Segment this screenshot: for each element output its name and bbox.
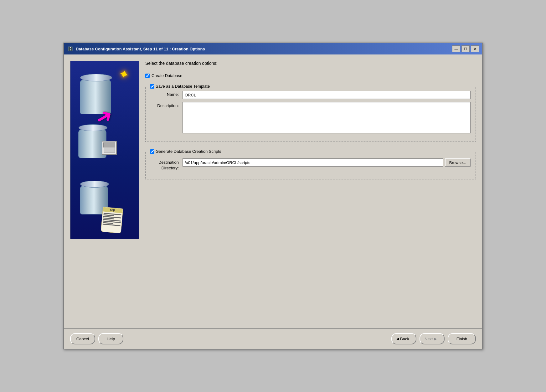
star-icon: ✦ [116, 65, 131, 83]
window-title: Database Configuration Assistant, Step 1… [76, 47, 205, 51]
description-row: Description: [151, 102, 471, 133]
save-template-legend: Save as a Database Template [149, 84, 211, 89]
save-template-group: Save as a Database Template Name: Descri… [145, 87, 476, 142]
app-icon: 🗄️ [67, 46, 73, 52]
footer: Cancel Help ◀ Back Next ▶ Finish [64, 328, 482, 349]
description-label: Description: [151, 102, 179, 108]
sidebar-illustration: ✦ ➜ ⚙ ⚙ SQL [70, 61, 139, 239]
back-label: Back [400, 337, 409, 341]
maximize-button[interactable]: ☐ [461, 45, 470, 52]
section-title: Select the database creation options: [145, 61, 476, 66]
create-database-row: Create Database [145, 73, 476, 78]
finish-button[interactable]: Finish [448, 333, 476, 344]
footer-left-buttons: Cancel Help [70, 333, 123, 344]
footer-right-buttons: ◀ Back Next ▶ Finish [391, 333, 476, 344]
main-area: ✦ ➜ ⚙ ⚙ SQL [70, 61, 476, 322]
generate-scripts-legend: Generate Database Creation Scripts [149, 149, 223, 154]
help-button[interactable]: Help [98, 333, 123, 344]
dest-dir-label: Destination Directory: [151, 158, 179, 171]
sql-line-8 [103, 224, 121, 226]
minimize-button[interactable]: — [452, 45, 460, 52]
name-input[interactable] [183, 91, 471, 99]
close-button[interactable]: ✕ [471, 45, 479, 52]
next-arrow-icon: ▶ [434, 337, 437, 341]
cancel-button[interactable]: Cancel [70, 333, 95, 344]
title-bar-left: 🗄️ Database Configuration Assistant, Ste… [67, 46, 205, 52]
back-arrow-icon: ◀ [396, 337, 399, 341]
main-window: 🗄️ Database Configuration Assistant, Ste… [63, 43, 483, 349]
description-input[interactable] [183, 102, 471, 133]
create-database-label: Create Database [152, 73, 182, 78]
sql-lines [101, 211, 122, 227]
generate-scripts-label: Generate Database Creation Scripts [156, 149, 221, 154]
save-template-checkbox[interactable] [150, 84, 154, 89]
title-bar: 🗄️ Database Configuration Assistant, Ste… [64, 43, 482, 54]
name-label: Name: [151, 91, 179, 97]
dest-dir-row: Destination Directory: Browse... [151, 158, 471, 171]
generate-scripts-checkbox[interactable] [150, 149, 154, 154]
browse-button[interactable]: Browse... [445, 158, 471, 167]
name-row: Name: [151, 91, 471, 99]
save-template-label: Save as a Database Template [156, 84, 210, 89]
back-button[interactable]: ◀ Back [391, 333, 416, 344]
content-panel: Select the database creation options: Cr… [145, 61, 476, 322]
generate-scripts-group: Generate Database Creation Scripts Desti… [145, 152, 476, 179]
create-database-checkbox[interactable] [145, 74, 150, 78]
floppy-icon [102, 141, 117, 155]
sql-scroll: SQL [101, 207, 123, 233]
window-content: ✦ ➜ ⚙ ⚙ SQL [64, 54, 482, 328]
next-label: Next [425, 337, 433, 341]
dest-dir-input[interactable] [183, 158, 443, 167]
dest-dir-input-group: Browse... [183, 158, 471, 167]
title-bar-controls: — ☐ ✕ [452, 45, 479, 52]
next-button[interactable]: Next ▶ [420, 333, 445, 344]
